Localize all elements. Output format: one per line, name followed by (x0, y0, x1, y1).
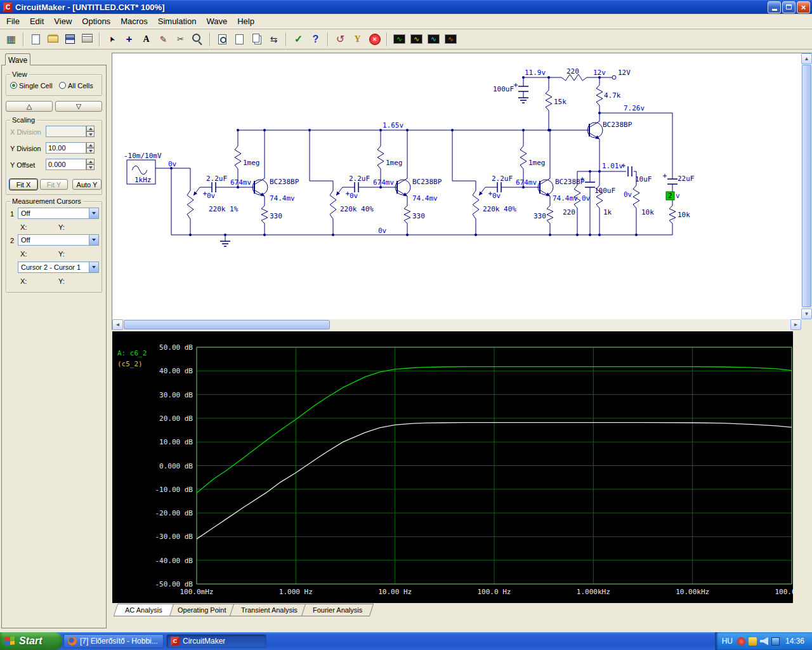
horizontal-scrollbar[interactable]: ◄ ► (112, 319, 801, 330)
resistor[interactable] (377, 146, 384, 169)
minimize-button[interactable] (768, 1, 781, 13)
fit-y-button[interactable]: Fit Y (40, 179, 68, 190)
y-offset-spinner[interactable] (86, 159, 95, 170)
reset-button[interactable] (332, 31, 348, 47)
cursor-button[interactable] (104, 31, 120, 47)
titlebar[interactable]: C CircuitMaker - [UNTITLED.CKT* 100%] × (0, 0, 812, 14)
task-button-circuitmaker[interactable]: C CircuitMaker (166, 634, 266, 648)
start-button[interactable]: Start (0, 632, 62, 650)
cursor1-select[interactable]: Off (18, 208, 99, 219)
chevron-down-icon[interactable] (89, 262, 98, 272)
scroll-left-icon[interactable]: ◄ (112, 319, 123, 330)
spin-up-icon[interactable] (86, 142, 95, 148)
resistor[interactable] (261, 206, 268, 223)
transistor[interactable] (538, 178, 553, 196)
new-button[interactable] (28, 31, 44, 47)
capacitor[interactable] (355, 182, 358, 192)
auto-y-button[interactable]: Auto Y (72, 179, 102, 190)
spin-down-icon[interactable] (86, 131, 95, 137)
menu-file[interactable]: File (1, 15, 25, 28)
capacitor[interactable] (667, 179, 678, 184)
x-division-spinner[interactable] (86, 126, 95, 137)
scope-3-button[interactable] (426, 31, 442, 47)
scroll-up-icon[interactable]: ▲ (801, 53, 812, 64)
menu-simulation[interactable]: Simulation (153, 15, 202, 28)
ground-symbol[interactable] (220, 241, 230, 246)
maximize-button[interactable] (782, 1, 796, 13)
transistor[interactable] (252, 178, 268, 196)
capacitor[interactable] (628, 166, 632, 176)
resistor[interactable] (546, 90, 552, 110)
zoom-button[interactable] (190, 31, 206, 47)
transistor[interactable] (587, 121, 603, 139)
resistor[interactable] (596, 85, 603, 105)
updates-icon[interactable] (749, 637, 757, 646)
spin-down-icon[interactable] (86, 164, 95, 170)
menu-macros[interactable]: Macros (115, 15, 153, 28)
run-button[interactable] (291, 31, 306, 47)
print-button[interactable] (79, 31, 95, 47)
help-button[interactable] (308, 31, 324, 47)
save-button[interactable] (62, 31, 78, 47)
open-button[interactable] (45, 31, 61, 47)
y-division-input[interactable] (46, 142, 86, 154)
wire-button[interactable] (121, 31, 137, 47)
potentiometer-wiper[interactable] (193, 187, 200, 196)
split-button[interactable] (266, 31, 282, 47)
potentiometer-wiper[interactable] (479, 187, 485, 196)
vertical-scrollbar[interactable]: ▲ ▼ (801, 53, 812, 319)
page-button[interactable] (232, 31, 247, 47)
chevron-down-icon[interactable] (89, 235, 98, 245)
scope-2-button[interactable] (409, 31, 424, 47)
pages-button[interactable] (249, 31, 265, 47)
zoom-page-button[interactable] (214, 31, 230, 47)
potentiometer-wiper[interactable] (336, 187, 343, 196)
waveform-plot[interactable]: 50.00 dB40.00 dB30.00 dB20.00 dB10.00 dB… (112, 331, 793, 603)
chevron-down-icon[interactable] (89, 208, 98, 218)
scroll-right-icon[interactable]: ► (790, 319, 801, 330)
menu-edit[interactable]: Edit (25, 15, 49, 28)
antivirus-icon[interactable] (737, 637, 745, 646)
wave-tab[interactable]: Wave (5, 53, 30, 65)
text-button[interactable] (138, 31, 154, 47)
resistor[interactable] (187, 190, 193, 219)
cursor2-select[interactable]: Off (18, 234, 99, 246)
resistor[interactable] (404, 206, 410, 223)
schematic-canvas[interactable]: -10m/10mV1kHz0v2.2uF674mv0v220k 1%1megBC… (112, 53, 801, 319)
resistor[interactable] (547, 206, 553, 223)
menu-help[interactable]: Help (232, 15, 259, 28)
volume-icon[interactable] (760, 637, 768, 646)
cursor-diff-select[interactable]: Cursor 2 - Cursor 1 (18, 262, 99, 273)
close-button[interactable]: × (797, 1, 810, 13)
y-offset-input[interactable] (46, 159, 86, 170)
language-indicator[interactable]: HU (722, 637, 733, 646)
resistor[interactable] (633, 185, 639, 208)
stop-button[interactable] (367, 31, 383, 47)
spin-down-icon[interactable] (86, 148, 95, 154)
display-icon[interactable] (771, 637, 780, 646)
tab-fourier-analysis[interactable]: Fourier Analysis (301, 604, 374, 616)
resistor[interactable] (669, 206, 676, 223)
resistor[interactable] (235, 146, 241, 169)
vertical-scroll-thumb[interactable] (802, 65, 811, 307)
scope-1-button[interactable] (391, 31, 407, 47)
tab-ac-analysis[interactable]: AC Analysis (114, 604, 174, 616)
all-cells-radio[interactable] (59, 82, 66, 89)
capacitor[interactable] (585, 182, 595, 187)
chip-button[interactable] (3, 31, 19, 47)
next-cell-button[interactable]: ▽ (55, 101, 102, 112)
scope-4-button[interactable] (443, 31, 459, 47)
task-button-browser[interactable]: [7] Előerősítő - Hobbi... (63, 634, 164, 648)
resistor[interactable] (330, 190, 336, 219)
single-cell-radio[interactable] (10, 82, 17, 89)
tab-transient-analysis[interactable]: Transient Analysis (230, 604, 309, 616)
resistor[interactable] (473, 190, 479, 219)
supply-terminal[interactable] (612, 76, 616, 79)
y-division-spinner[interactable] (86, 142, 95, 154)
probe-button[interactable] (155, 31, 171, 47)
capacitor[interactable] (497, 182, 501, 192)
tab-operating-point[interactable]: Operating Point (166, 604, 237, 616)
capacitor[interactable] (212, 182, 216, 192)
scroll-down-icon[interactable]: ▼ (801, 308, 812, 319)
fit-x-button[interactable]: Fit X (10, 179, 37, 190)
